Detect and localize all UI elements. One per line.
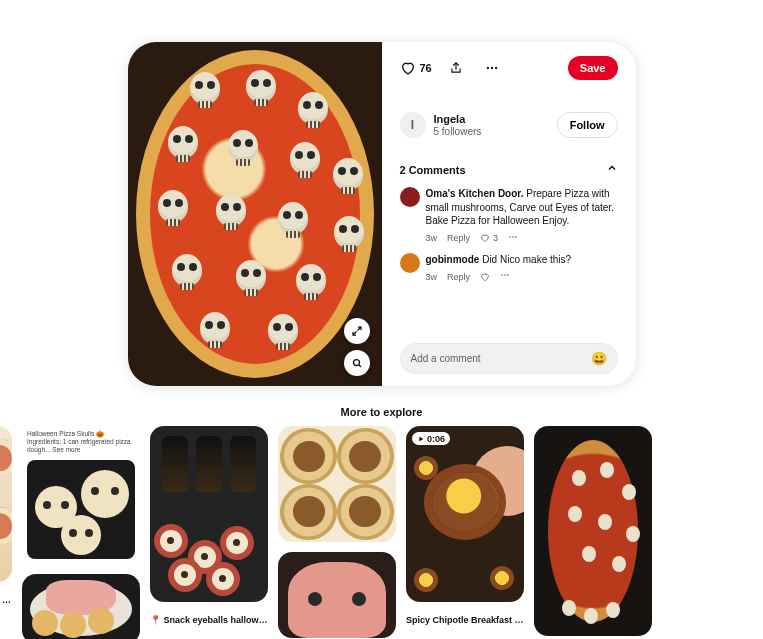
- expand-icon[interactable]: [344, 318, 370, 344]
- like-button[interactable]: 76: [400, 60, 432, 76]
- author-followers: 5 followers: [434, 126, 482, 137]
- more-to-explore-header: More to explore: [0, 406, 763, 418]
- comment-item: gobinmode Did Nico make this? 3w Reply: [400, 253, 618, 284]
- comments-header[interactable]: 2 Comments: [400, 162, 618, 177]
- pizza-illustration: [128, 42, 382, 386]
- comment-like[interactable]: 3: [480, 232, 498, 244]
- explore-title[interactable]: 📍 Snack eyeballs halloween...: [150, 615, 268, 626]
- explore-grid: 97 Delectable Traditional Dishes... Cool…: [0, 426, 763, 639]
- comments-count: 2 Comments: [400, 164, 466, 176]
- follow-button[interactable]: Follow: [557, 112, 618, 138]
- author-row: I Ingela 5 followers Follow: [400, 112, 618, 138]
- explore-thumb[interactable]: [0, 426, 12, 582]
- explore-title[interactable]: 97 Delectable Traditional Dishes...: [0, 595, 12, 606]
- emoji-icon[interactable]: 😀: [591, 351, 607, 366]
- svg-point-5: [512, 236, 514, 238]
- comment-more-icon[interactable]: [500, 270, 510, 283]
- explore-thumb[interactable]: [534, 426, 652, 636]
- explore-thumb[interactable]: 0:06: [406, 426, 524, 602]
- explore-thumb[interactable]: [278, 426, 396, 542]
- comment-meta: 3w Reply 3: [426, 232, 618, 245]
- comment-meta: 3w Reply: [426, 270, 572, 283]
- author-avatar[interactable]: I: [400, 112, 426, 138]
- comment-text: Did Nico make this?: [482, 254, 571, 265]
- pin-card: 76 Save I Ingela 5 followers Follow 2 Co…: [128, 42, 636, 386]
- svg-point-1: [487, 67, 489, 69]
- visual-search-icon[interactable]: [344, 350, 370, 376]
- explore-thumb[interactable]: Halloween Pizza Skulls 🎃 Ingredients: 1 …: [22, 426, 140, 564]
- save-button[interactable]: Save: [568, 56, 618, 80]
- svg-point-7: [501, 274, 503, 276]
- explore-thumb[interactable]: [150, 426, 268, 602]
- svg-point-4: [509, 236, 511, 238]
- explore-title[interactable]: Spicy Chipotle Breakfast "Pigshots": [406, 615, 524, 626]
- duration-badge: 0:06: [412, 432, 450, 445]
- svg-point-9: [507, 274, 509, 276]
- svg-point-8: [504, 274, 506, 276]
- pin-image[interactable]: [128, 42, 382, 386]
- comment-reply[interactable]: Reply: [447, 232, 470, 244]
- explore-thumb[interactable]: [22, 574, 140, 639]
- svg-point-0: [353, 360, 359, 366]
- comment-reply[interactable]: Reply: [447, 271, 470, 283]
- comment-item: Oma's Kitchen Door. Prepare Pizza with s…: [400, 187, 618, 245]
- pin-details: 76 Save I Ingela 5 followers Follow 2 Co…: [382, 42, 636, 386]
- chevron-up-icon[interactable]: [606, 162, 618, 177]
- like-count: 76: [420, 62, 432, 74]
- pin-actions: 76 Save: [400, 56, 618, 80]
- comment-like[interactable]: [480, 272, 490, 282]
- comment-more-icon[interactable]: [508, 232, 518, 245]
- comment-author[interactable]: Oma's Kitchen Door.: [426, 188, 524, 199]
- author-name[interactable]: Ingela: [434, 113, 482, 126]
- svg-point-6: [515, 236, 517, 238]
- svg-point-2: [491, 67, 493, 69]
- commenter-avatar[interactable]: [400, 253, 420, 273]
- explore-source[interactable]: Cool Tricks: [0, 618, 12, 630]
- comment-time: 3w: [426, 232, 438, 244]
- add-comment-input[interactable]: Add a comment 😀: [400, 343, 618, 374]
- comment-author[interactable]: gobinmode: [426, 254, 480, 265]
- add-comment-placeholder: Add a comment: [411, 353, 481, 364]
- svg-point-3: [495, 67, 497, 69]
- commenter-avatar[interactable]: [400, 187, 420, 207]
- share-icon[interactable]: [444, 56, 468, 80]
- explore-thumb[interactable]: [278, 552, 396, 638]
- more-icon[interactable]: [480, 56, 504, 80]
- comment-time: 3w: [426, 271, 438, 283]
